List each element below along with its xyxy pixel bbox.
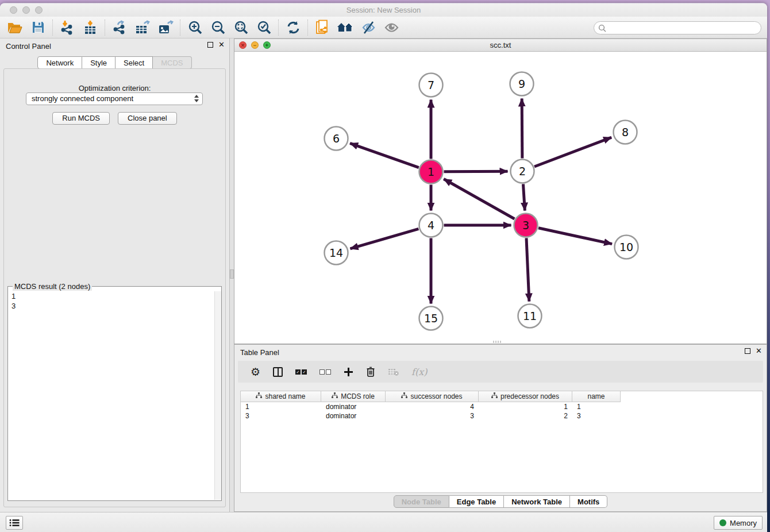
tab-select[interactable]: Select bbox=[116, 56, 153, 69]
node-table: shared nameMCDS rolesuccessor nodesprede… bbox=[240, 391, 763, 493]
table-tabs: Node TableEdge TableNetwork TableMotifs bbox=[234, 495, 767, 508]
table-cell-predecessor-nodes[interactable]: 1 bbox=[479, 402, 572, 411]
table-header-row: shared nameMCDS rolesuccessor nodesprede… bbox=[241, 391, 763, 402]
zoom-out-icon[interactable] bbox=[206, 18, 229, 37]
column-header-shared-name[interactable]: shared name bbox=[241, 391, 321, 402]
search-input[interactable] bbox=[606, 24, 761, 32]
run-mcds-button[interactable]: Run MCDS bbox=[52, 112, 110, 125]
column-header-predecessor-nodes[interactable]: predecessor nodes bbox=[479, 391, 572, 402]
close-panel-button[interactable]: Close panel bbox=[118, 112, 177, 125]
tab-node-table[interactable]: Node Table bbox=[394, 495, 449, 508]
table-cell-name[interactable]: 1 bbox=[572, 402, 621, 411]
hide-graphics-icon[interactable] bbox=[357, 18, 380, 37]
close-panel-icon[interactable]: ✕ bbox=[218, 42, 225, 48]
memory-status-icon bbox=[719, 519, 726, 526]
tab-network-table[interactable]: Network Table bbox=[504, 495, 570, 508]
task-history-button[interactable] bbox=[6, 516, 23, 530]
zoom-in-icon[interactable] bbox=[183, 18, 206, 37]
application-window: Session: New Session bbox=[0, 3, 767, 532]
graph-edge-3-10[interactable] bbox=[538, 228, 612, 244]
search-icon bbox=[598, 24, 606, 32]
table-cell-shared-name[interactable]: 1 bbox=[241, 402, 321, 411]
network-window-title: scc.txt bbox=[234, 41, 767, 49]
graph-edge-2-9[interactable] bbox=[522, 98, 522, 158]
save-session-icon[interactable] bbox=[26, 18, 49, 37]
zoom-fit-icon[interactable] bbox=[229, 18, 252, 37]
panel-splitter[interactable] bbox=[230, 38, 234, 512]
table-cell-successor-nodes[interactable]: 4 bbox=[386, 402, 479, 411]
graph-edge-3-11[interactable] bbox=[526, 238, 529, 301]
table-panel: Table Panel ✕ ⚙ ✓✓ f(x) shared nameMCDS … bbox=[234, 344, 767, 512]
network-canvas[interactable]: 7968124314101511 bbox=[234, 52, 767, 344]
memory-button[interactable]: Memory bbox=[714, 516, 763, 530]
network-from-file-icon[interactable] bbox=[311, 18, 334, 37]
selected-criterion: strongly connected component bbox=[32, 94, 133, 103]
splitter-grip-icon[interactable] bbox=[230, 269, 234, 279]
graph-edge-2-3[interactable] bbox=[523, 184, 525, 210]
export-image-icon[interactable] bbox=[154, 18, 177, 37]
delete-row-icon[interactable] bbox=[366, 367, 375, 377]
control-panel: Control Panel ✕ NetworkStyleSelectMCDS O… bbox=[0, 38, 230, 512]
select-all-icon[interactable]: ✓✓ bbox=[295, 369, 307, 375]
main-toolbar bbox=[0, 17, 767, 38]
graph-edge-3-1[interactable] bbox=[444, 179, 514, 219]
column-type-icon bbox=[491, 392, 498, 400]
refresh-icon[interactable] bbox=[282, 18, 305, 37]
column-header-label: predecessor nodes bbox=[500, 392, 559, 400]
tab-network[interactable]: Network bbox=[37, 56, 82, 69]
export-network-icon[interactable] bbox=[108, 18, 131, 37]
optimization-criterion-select[interactable]: strongly connected component bbox=[26, 92, 203, 105]
graph-node-label-3: 3 bbox=[522, 219, 529, 232]
float-table-panel-icon[interactable] bbox=[745, 348, 750, 354]
mcds-result-values: 1 3 bbox=[11, 291, 16, 311]
graph-node-label-10: 10 bbox=[619, 241, 633, 253]
tab-style[interactable]: Style bbox=[82, 56, 116, 69]
show-graphics-icon[interactable] bbox=[380, 18, 403, 37]
graph-node-label-7: 7 bbox=[428, 79, 434, 91]
zoom-selected-icon[interactable] bbox=[252, 18, 275, 37]
column-visibility-icon[interactable] bbox=[273, 367, 283, 377]
graph-edge-1-6[interactable] bbox=[350, 143, 419, 167]
column-header-name[interactable]: name bbox=[572, 391, 621, 402]
graph-edge-2-8[interactable] bbox=[534, 137, 611, 167]
table-panel-header: Table Panel ✕ bbox=[234, 345, 767, 360]
select-stepper-icon bbox=[194, 95, 199, 102]
window-titlebar: Session: New Session bbox=[0, 3, 767, 17]
column-type-icon bbox=[256, 392, 262, 400]
tab-motifs[interactable]: Motifs bbox=[570, 495, 607, 508]
network-resize-grip[interactable] bbox=[493, 341, 502, 343]
table-cell-successor-nodes[interactable]: 3 bbox=[386, 411, 479, 421]
network-window-titlebar: ✕ − + scc.txt bbox=[234, 39, 767, 52]
add-row-icon[interactable] bbox=[344, 367, 353, 377]
settings-gear-icon[interactable]: ⚙ bbox=[251, 365, 260, 378]
control-panel-title: Control Panel bbox=[6, 42, 51, 51]
export-table-icon[interactable] bbox=[131, 18, 154, 37]
open-session-icon[interactable] bbox=[3, 18, 26, 37]
result-scrollbar[interactable] bbox=[214, 291, 221, 500]
import-network-icon[interactable] bbox=[56, 18, 79, 37]
control-panel-tabs: NetworkStyleSelectMCDS bbox=[0, 56, 229, 69]
mcds-result-box[interactable]: MCDS result (2 nodes) 1 3 bbox=[7, 286, 222, 501]
float-panel-icon[interactable] bbox=[207, 42, 213, 48]
table-cell-MCDS-role[interactable]: dominator bbox=[321, 411, 386, 421]
tab-mcds[interactable]: MCDS bbox=[153, 56, 191, 69]
column-header-MCDS-role[interactable]: MCDS role bbox=[321, 391, 386, 402]
deselect-all-icon[interactable] bbox=[319, 369, 331, 375]
home-icon[interactable] bbox=[334, 18, 357, 37]
import-table-icon[interactable] bbox=[79, 18, 102, 37]
column-header-label: successor nodes bbox=[410, 392, 462, 400]
graph-edge-4-14[interactable] bbox=[350, 229, 418, 249]
table-cell-MCDS-role[interactable]: dominator bbox=[321, 402, 386, 411]
optimization-criterion-label: Optimization criterion: bbox=[4, 84, 225, 92]
table-cell-predecessor-nodes[interactable]: 2 bbox=[479, 411, 572, 421]
table-cell-name[interactable]: 3 bbox=[572, 411, 621, 421]
graph-edge-1-2[interactable] bbox=[444, 171, 507, 172]
column-header-successor-nodes[interactable]: successor nodes bbox=[386, 391, 479, 402]
graph-node-label-9: 9 bbox=[518, 78, 525, 90]
table-cell-shared-name[interactable]: 3 bbox=[241, 411, 321, 421]
tab-edge-table[interactable]: Edge Table bbox=[449, 495, 504, 508]
close-table-panel-icon[interactable]: ✕ bbox=[756, 348, 762, 354]
status-bar: Memory bbox=[0, 512, 767, 532]
column-type-icon bbox=[332, 392, 338, 400]
column-header-label: name bbox=[587, 392, 605, 400]
